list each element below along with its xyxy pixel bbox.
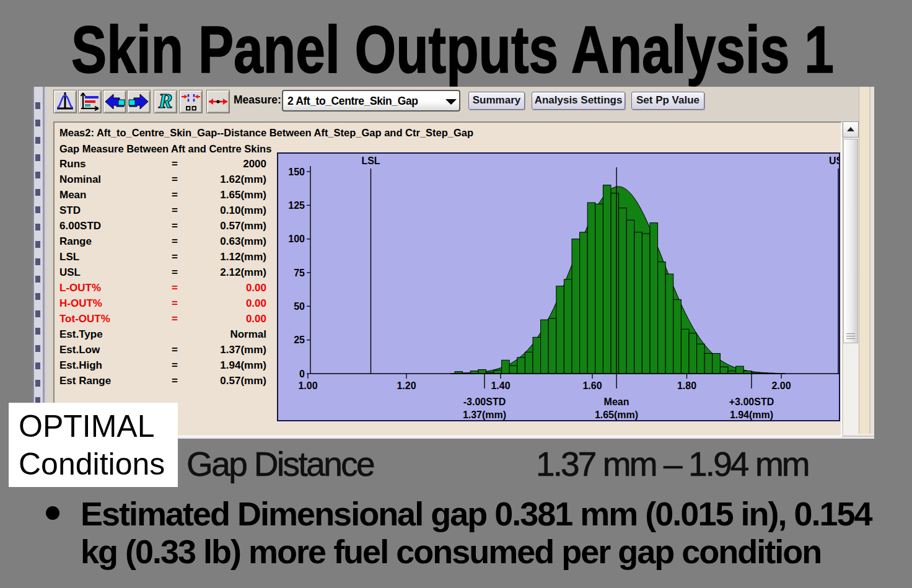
svg-text:0: 0 [299,369,305,379]
svg-text:1.80: 1.80 [677,380,696,391]
svg-text:1.65(mm): 1.65(mm) [595,410,638,420]
svg-text:1.40: 1.40 [491,380,510,391]
svg-text:25: 25 [294,335,305,345]
svg-text:Mean: Mean [604,397,629,407]
svg-text:2.00: 2.00 [771,380,791,391]
svg-text:LSL: LSL [361,156,380,166]
svg-text:1.20: 1.20 [397,380,416,391]
svg-text:USL: USL [829,156,840,166]
svg-text:-3.00STD: -3.00STD [463,397,506,407]
svg-text:1.00: 1.00 [298,380,317,391]
svg-text:150: 150 [288,167,305,177]
svg-text:1.60: 1.60 [582,380,602,391]
svg-text:R: R [158,90,173,112]
svg-text:50: 50 [294,301,305,312]
svg-text:+3.00STD: +3.00STD [729,397,774,407]
svg-text:100: 100 [288,234,305,244]
svg-text:1.94(mm): 1.94(mm) [730,410,773,420]
svg-text:125: 125 [288,200,305,211]
svg-text:1.37(mm): 1.37(mm) [463,410,506,420]
svg-text:75: 75 [294,268,305,278]
